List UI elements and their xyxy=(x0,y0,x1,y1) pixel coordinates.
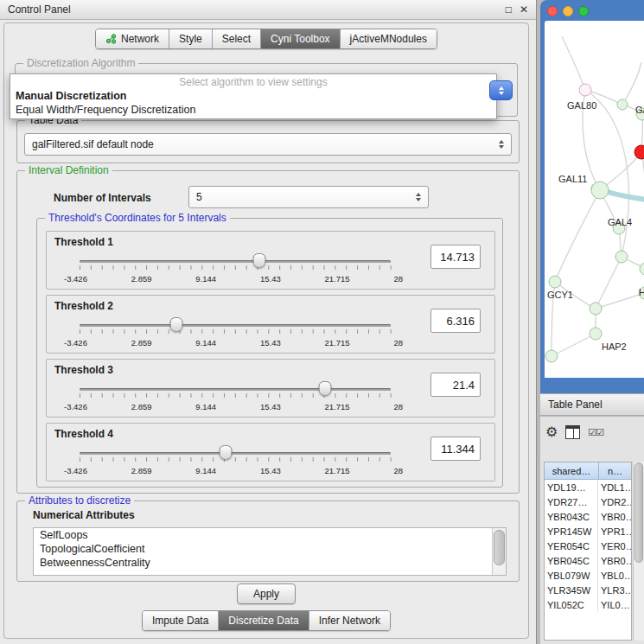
select-columns-checkboxes-icon[interactable]: ☑☑ xyxy=(588,427,603,438)
thresholds-group-title: Threshold's Coordinates for 5 Intervals xyxy=(45,212,230,224)
threshold-2-label: Threshold 2 xyxy=(54,300,113,312)
interval-definition-group: Interval Definition Number of Intervals … xyxy=(16,170,520,494)
close-icon[interactable]: ✕ xyxy=(520,4,528,15)
threshold-1-slider-thumb[interactable] xyxy=(252,253,265,268)
slider-ticks xyxy=(80,265,392,270)
network-view-window: GAL80 GA GAL11 GAL4 GCY1 H HAP2 xyxy=(540,0,644,393)
dropdown-option-manual-discretization[interactable]: Manual Discretization xyxy=(10,89,496,103)
dropdown-prompt-item[interactable]: Select algorithm to view settings xyxy=(10,75,496,89)
node[interactable] xyxy=(617,99,628,110)
list-item[interactable]: SelfLoops xyxy=(34,528,506,542)
threshold-2-value-field[interactable]: 6.316 xyxy=(430,309,481,333)
gear-icon[interactable]: ⚙ xyxy=(545,425,558,439)
table-row[interactable]: YBR045CYBR0… xyxy=(545,553,631,568)
network-canvas[interactable]: GAL80 GA GAL11 GAL4 GCY1 H HAP2 xyxy=(545,21,644,378)
apply-button[interactable]: Apply xyxy=(237,583,296,604)
tab-jactivemnodules[interactable]: jActiveMNodules xyxy=(340,29,437,48)
slider-scale: -3.4262.8599.14415.4321.71528 xyxy=(64,402,403,411)
node[interactable] xyxy=(615,251,628,263)
threshold-2-slider-thumb[interactable] xyxy=(169,317,182,332)
dropdown-option-equal-width-frequency[interactable]: Equal Width/Frequency Discretization xyxy=(10,103,496,117)
window-controls xyxy=(547,6,589,16)
threshold-2-slider[interactable] xyxy=(80,316,391,335)
tab-discretize-data[interactable]: Discretize Data xyxy=(218,611,308,630)
threshold-4-label: Threshold 4 xyxy=(54,428,113,440)
tab-network[interactable]: Network xyxy=(96,29,169,48)
slider-track[interactable] xyxy=(80,324,391,327)
network-icon xyxy=(105,34,117,44)
table-row[interactable]: YDL19…YDL1… xyxy=(545,480,631,494)
zoom-traffic-light-icon[interactable] xyxy=(578,6,589,16)
node-label: GAL80 xyxy=(567,100,596,111)
node[interactable] xyxy=(591,182,609,199)
table-row[interactable]: YER054CYER0… xyxy=(545,539,631,553)
column-header-name[interactable]: n… xyxy=(599,462,631,480)
threshold-4-slider-thumb[interactable] xyxy=(220,445,233,460)
slider-track[interactable] xyxy=(80,452,391,455)
node[interactable] xyxy=(545,350,558,362)
close-traffic-light-icon[interactable] xyxy=(547,6,558,16)
node[interactable] xyxy=(549,276,561,288)
table-row[interactable]: YLR345WYLR3… xyxy=(545,583,631,597)
node[interactable] xyxy=(590,328,602,340)
table-data-group: Table Data galFiltered.sif default node xyxy=(16,120,520,163)
tab-select[interactable]: Select xyxy=(212,29,260,48)
columns-icon[interactable] xyxy=(565,425,580,439)
threshold-1-value-field[interactable]: 14.713 xyxy=(430,245,481,269)
table-row[interactable]: YBL079WYBL0… xyxy=(545,568,631,583)
column-header-shared-name[interactable]: shared… xyxy=(545,462,599,480)
cyni-mode-tabbar: Impute Data Discretize Data Infer Networ… xyxy=(142,610,391,631)
threshold-1-box: Threshold 1 -3.4262.8599.14415.4321.7152… xyxy=(46,231,495,290)
node[interactable] xyxy=(590,303,602,315)
combo-updown-icon xyxy=(494,140,511,149)
number-of-intervals-combo[interactable]: 5 xyxy=(188,186,429,208)
slider-ticks xyxy=(80,329,392,334)
algorithm-dropdown-popup: Select algorithm to view settings Manual… xyxy=(10,73,497,119)
control-panel-tabbar: Network Style Select Cyni Toolbox jActiv… xyxy=(95,29,437,49)
node[interactable] xyxy=(640,263,644,275)
slider-track[interactable] xyxy=(80,388,391,391)
table-row[interactable]: YBR043CYBR0… xyxy=(545,509,631,524)
scrollbar-thumb[interactable] xyxy=(494,530,505,565)
tab-infer-network[interactable]: Infer Network xyxy=(309,611,390,630)
threshold-4-value-field[interactable]: 11.344 xyxy=(430,437,481,461)
algorithm-group-title: Discretization Algorithm xyxy=(23,57,138,69)
attributes-list-scrollbar[interactable] xyxy=(492,528,506,575)
control-panel-titlebar: Control Panel □ ✕ xyxy=(0,0,536,20)
table-scrollbar[interactable] xyxy=(633,462,644,641)
tab-style[interactable]: Style xyxy=(169,29,212,48)
number-of-intervals-label: Number of Intervals xyxy=(54,192,151,204)
table-row[interactable]: YDR27…YDR2… xyxy=(545,494,631,509)
node-label: GAL11 xyxy=(558,174,587,184)
threshold-3-value-field[interactable]: 21.4 xyxy=(430,373,481,397)
threshold-4-slider[interactable] xyxy=(80,444,391,463)
threshold-3-slider-thumb[interactable] xyxy=(319,381,332,396)
threshold-1-label: Threshold 1 xyxy=(54,236,113,248)
control-panel-window: Control Panel □ ✕ Network Style xyxy=(0,0,537,644)
combo-updown-icon xyxy=(411,193,428,201)
interval-definition-title: Interval Definition xyxy=(25,164,112,176)
table-data-combo[interactable]: galFiltered.sif default node xyxy=(24,133,512,156)
algorithm-combo-stepper[interactable] xyxy=(489,80,513,100)
stepper-down-icon xyxy=(499,92,504,95)
slider-ticks xyxy=(80,393,392,398)
list-item[interactable]: TopologicalCoefficient xyxy=(34,542,506,556)
stepper-up-icon xyxy=(499,86,504,90)
minimize-traffic-light-icon[interactable] xyxy=(563,6,573,16)
thresholds-group: Threshold's Coordinates for 5 Intervals … xyxy=(36,218,503,488)
threshold-4-box: Threshold 4 -3.4262.8599.14415.4321.7152… xyxy=(46,423,495,481)
scrollbar-thumb[interactable] xyxy=(634,462,643,563)
window-title: Control Panel xyxy=(8,3,71,16)
table-row[interactable]: YIL052CYIL0… xyxy=(545,597,631,612)
table-row[interactable]: YPR145WYPR1… xyxy=(545,524,631,539)
tab-cyni-toolbox[interactable]: Cyni Toolbox xyxy=(260,29,339,48)
slider-scale: -3.4262.8599.14415.4321.71528 xyxy=(64,338,403,348)
float-window-icon[interactable]: □ xyxy=(506,4,512,15)
threshold-3-slider[interactable] xyxy=(80,380,391,399)
selected-node[interactable] xyxy=(634,145,644,159)
slider-track[interactable] xyxy=(80,260,391,263)
node[interactable] xyxy=(579,84,591,96)
list-item[interactable]: BetweennessCentrality xyxy=(34,556,506,570)
threshold-1-slider[interactable] xyxy=(80,252,391,271)
tab-impute-data[interactable]: Impute Data xyxy=(143,611,218,630)
